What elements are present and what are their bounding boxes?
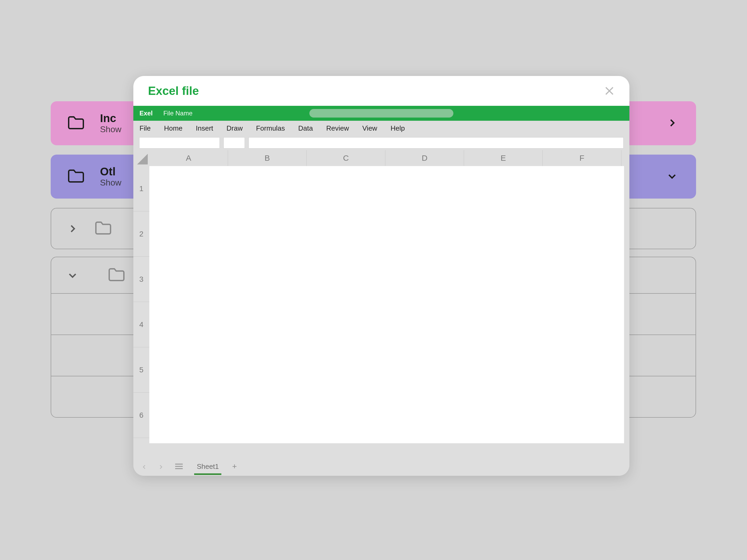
modal-title: Excel file — [148, 84, 199, 98]
col-header-c[interactable]: C — [307, 150, 385, 166]
function-button[interactable] — [224, 137, 245, 149]
row-header-1[interactable]: 1 — [133, 166, 149, 211]
folder-icon — [67, 115, 85, 131]
menu-data[interactable]: Data — [298, 124, 313, 132]
spreadsheet-area: A B C D E F 1 2 3 4 5 6 — [133, 150, 629, 443]
all-sheets-icon[interactable] — [174, 463, 183, 470]
row-header-6[interactable]: 6 — [133, 393, 149, 438]
menu-view[interactable]: View — [362, 124, 377, 132]
chevron-down-icon — [67, 270, 78, 281]
close-icon[interactable] — [604, 85, 615, 96]
formula-bar — [133, 136, 629, 150]
file-name-label: File Name — [163, 110, 192, 117]
excel-modal: Excel file Exel File Name File Home Inse… — [133, 76, 629, 476]
col-header-b[interactable]: B — [228, 150, 307, 166]
sheet-tab-1[interactable]: Sheet1 — [194, 461, 221, 472]
card-sub: Show — [100, 125, 121, 134]
col-header-a[interactable]: A — [149, 150, 228, 166]
formula-input[interactable] — [249, 137, 623, 149]
col-header-d[interactable]: D — [385, 150, 464, 166]
row-header-2[interactable]: 2 — [133, 211, 149, 257]
card-title: Inc — [100, 112, 121, 125]
menu-draw[interactable]: Draw — [226, 124, 243, 132]
menu-formulas[interactable]: Formulas — [256, 124, 285, 132]
select-all-corner[interactable] — [133, 150, 149, 166]
sheet-tab-bar: Sheet1 + — [133, 457, 629, 476]
card-sub: Show — [100, 178, 121, 188]
folder-icon — [67, 169, 85, 184]
menu-file[interactable]: File — [139, 124, 151, 132]
next-sheet-icon[interactable] — [158, 463, 164, 470]
col-header-f[interactable]: F — [543, 150, 621, 166]
cell-reference-input[interactable] — [139, 137, 220, 149]
modal-header: Excel file — [133, 76, 629, 106]
row-headers: 1 2 3 4 5 6 — [133, 166, 149, 438]
chevron-right-icon — [67, 223, 78, 234]
row-header-4[interactable]: 4 — [133, 302, 149, 347]
chevron-down-icon[interactable] — [667, 171, 677, 183]
chevron-right-icon[interactable] — [667, 117, 677, 129]
row-header-5[interactable]: 5 — [133, 347, 149, 393]
folder-icon — [107, 267, 126, 283]
add-sheet-icon[interactable]: + — [232, 462, 237, 471]
menu-review[interactable]: Review — [326, 124, 349, 132]
row-header-3[interactable]: 3 — [133, 257, 149, 302]
col-header-e[interactable]: E — [464, 150, 543, 166]
menu-home[interactable]: Home — [164, 124, 182, 132]
menu-insert[interactable]: Insert — [196, 124, 213, 132]
search-input[interactable] — [309, 109, 454, 117]
menu-bar: File Home Insert Draw Formulas Data Revi… — [133, 121, 629, 136]
excel-topbar: Exel File Name — [133, 106, 629, 121]
menu-help[interactable]: Help — [390, 124, 405, 132]
card-title: Otl — [100, 165, 121, 178]
column-headers: A B C D E F — [149, 150, 621, 166]
cell-grid[interactable] — [149, 166, 624, 443]
app-name-label: Exel — [139, 110, 153, 117]
folder-icon — [94, 221, 112, 236]
prev-sheet-icon[interactable] — [141, 463, 147, 470]
